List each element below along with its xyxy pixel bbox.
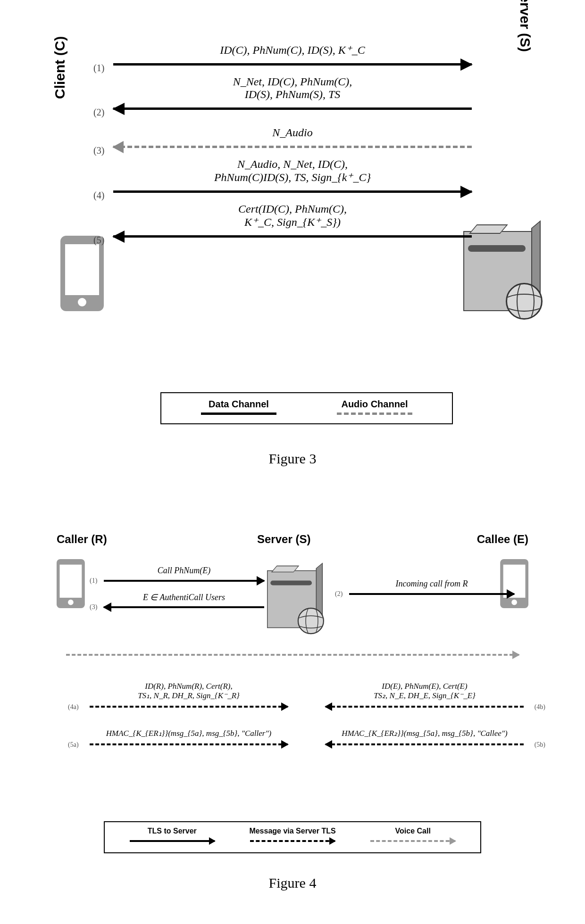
msg-4-num: (4) (93, 190, 104, 201)
msg-4a-label-b: TS₁, N_R, DH_R, Sign_{K⁻_R} (138, 691, 240, 700)
msg-4a-num: (4a) (68, 703, 79, 711)
msg-4a-label-a: ID(R), PhNum(R), Cert(R), (145, 682, 233, 691)
figure-4-legend: TLS to Server Message via Server TLS Voi… (104, 821, 481, 853)
msg-3-text: N_Audio (272, 126, 312, 139)
msg-2: N_Net, ID(C), PhNum(C), ID(S), PhNum(S),… (113, 75, 472, 115)
server-icon-4 (267, 570, 318, 628)
msg-3: N_Audio (3) (113, 126, 472, 153)
msg-4-1: Call PhNum(E) (1) (104, 576, 264, 586)
msg-5: Cert(ID(C), PhNum(C), K⁺_C, Sign_{K⁺_S})… (113, 203, 472, 243)
msg-4b-num: (4b) (535, 703, 545, 711)
legend-data-label: Data Channel (209, 399, 269, 409)
figure-3-caption: Figure 3 (19, 451, 566, 467)
msg-4-text-b: PhNum(C)ID(S), TS, Sign_{k⁺_C} (113, 171, 472, 184)
msg-5b-num: (5b) (535, 741, 545, 749)
msg-5b: HMAC_{K_{ER₂}}(msg_{5a}, msg_{5b}, "Call… (326, 740, 524, 749)
figure-4: Caller (R) Server (S) Callee (E) Call Ph… (19, 533, 566, 891)
phone-icon (60, 236, 104, 311)
callee-label: Callee (E) (477, 533, 528, 546)
msg-3-num: (3) (93, 145, 104, 156)
figure-3: Client (C) Server (S) ID(C), PhNum(C), I… (19, 33, 566, 467)
legend-msg: Message via Server TLS (249, 827, 335, 845)
msg-1-num: (1) (93, 63, 104, 74)
msg-4b-label-a: ID(E), PhNum(E), Cert(E) (382, 682, 467, 691)
msg-5b-label: HMAC_{K_{ER₂}}(msg_{5a}, msg_{5b}, "Call… (342, 729, 507, 738)
msg-4-2-label: Incoming call from R (349, 579, 514, 589)
msg-1: ID(C), PhNum(C), ID(S), K⁺_C (1) (113, 42, 472, 71)
voice-call-arrow (66, 651, 519, 659)
msg-2-num: (2) (93, 107, 104, 118)
legend-tls-label: TLS to Server (148, 827, 197, 835)
msg-5a-num: (5a) (68, 741, 79, 749)
msg-4-3: E ∈ AuthentiCall Users (3) (104, 602, 264, 612)
legend-audio-label: Audio Channel (341, 399, 408, 409)
msg-2-text-a: N_Net, ID(C), PhNum(C), (233, 75, 352, 88)
msg-4b-label-b: TS₂, N_E, DH_E, Sign_{K⁻_E} (374, 691, 476, 700)
msg-4: N_Audio, N_Net, ID(C), PhNum(C)ID(S), TS… (113, 158, 472, 198)
msg-4-2-num: (2) (335, 590, 343, 598)
legend-data-channel: Data Channel (201, 399, 276, 415)
msg-4-1-num: (1) (90, 577, 97, 585)
legend-msg-label: Message via Server TLS (249, 827, 335, 835)
caller-phone-icon (57, 559, 85, 608)
figure-3-legend: Data Channel Audio Channel (160, 392, 453, 424)
msg-2-text-b: ID(S), PhNum(S), TS (113, 88, 472, 101)
caller-label: Caller (R) (57, 533, 107, 546)
msg-5-text-b: K⁺_C, Sign_{K⁺_S}) (113, 215, 472, 229)
server-icon (463, 231, 534, 311)
msg-5a-label: HMAC_{K_{ER₁}}(msg_{5a}, msg_{5b}, "Call… (106, 729, 272, 738)
legend-tls: TLS to Server (130, 827, 215, 845)
server-label: Server (S) (517, 0, 533, 52)
msg-4-text-a: N_Audio, N_Net, ID(C), (237, 158, 348, 170)
msg-5a: HMAC_{K_{ER₁}}(msg_{5a}, msg_{5b}, "Call… (90, 740, 288, 749)
msg-4a: ID(R), PhNum(R), Cert(R), TS₁, N_R, DH_R… (90, 702, 288, 711)
client-label: Client (C) (52, 36, 68, 99)
msg-4-2: Incoming call from R (2) (349, 589, 514, 599)
legend-audio-channel: Audio Channel (337, 399, 412, 415)
msg-5-text-a: Cert(ID(C), PhNum(C), (238, 203, 347, 215)
msg-4-3-num: (3) (90, 603, 97, 611)
figure-4-caption: Figure 4 (19, 875, 566, 891)
msg-4-1-label: Call PhNum(E) (104, 566, 264, 576)
legend-voice-label: Voice Call (395, 827, 431, 835)
msg-1-text: ID(C), PhNum(C), ID(S), K⁺_C (220, 44, 365, 56)
legend-voice: Voice Call (370, 827, 455, 845)
msg-4b: ID(E), PhNum(E), Cert(E) TS₂, N_E, DH_E,… (326, 702, 524, 711)
protocol-arrows: ID(C), PhNum(C), ID(S), K⁺_C (1) N_Net, … (113, 42, 472, 391)
msg-4-3-label: E ∈ AuthentiCall Users (104, 592, 264, 602)
msg-5-num: (5) (93, 235, 104, 246)
